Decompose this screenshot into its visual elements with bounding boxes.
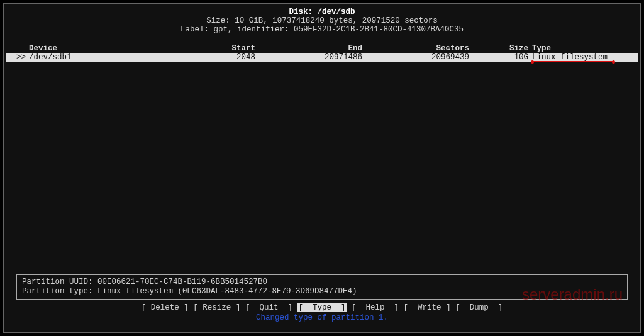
partition-info-box: Partition UUID: 00E06621-70EC-C74B-B119-… [16,274,628,300]
col-device: Device [29,44,174,53]
partition-type-detail: Partition type: Linux filesystem (0FC63D… [22,287,622,296]
partition-row[interactable]: >> /dev/sdb1 2048 20971486 20969439 10G … [6,53,638,62]
disk-header: Disk: /dev/sdb Size: 10 GiB, 10737418240… [6,6,638,34]
row-end: 20971486 [255,53,362,62]
annotation-underline [532,61,614,62]
row-type: Linux filesystem [532,53,628,62]
menu-type[interactable]: [ Type ] [297,303,347,312]
menu-bar: [ Delete ] [ Resize ] [ Quit ] [ Type ] … [6,303,638,312]
terminal-box: Disk: /dev/sdb Size: 10 GiB, 10737418240… [6,6,638,330]
window-frame: Disk: /dev/sdb Size: 10 GiB, 10737418240… [3,3,641,333]
row-start: 2048 [174,53,255,62]
menu-help[interactable]: [ Help ] [352,303,399,312]
menu-dump[interactable]: [ Dump ] [455,303,502,312]
row-type-text: Linux filesystem [532,53,608,62]
col-sectors: Sectors [362,44,469,53]
col-type: Type [532,44,628,53]
menu-write[interactable]: [ Write ] [404,303,451,312]
col-marker [16,44,29,53]
disk-size-line: Size: 10 GiB, 10737418240 bytes, 2097152… [6,16,638,25]
col-start: Start [174,44,255,53]
col-size: Size [469,44,532,53]
row-device: /dev/sdb1 [29,53,174,62]
row-sectors: 20969439 [362,53,469,62]
row-size: 10G [469,53,532,62]
status-message: Changed type of partition 1. [6,313,638,322]
menu-resize[interactable]: [ Resize ] [193,303,240,312]
disk-label-line: Label: gpt, identifier: 059EF32D-2C1B-2B… [6,25,638,34]
col-end: End [255,44,362,53]
disk-title: Disk: /dev/sdb [6,8,638,16]
menu-delete[interactable]: [ Delete ] [142,303,189,312]
partition-uuid: Partition UUID: 00E06621-70EC-C74B-B119-… [22,277,622,287]
column-headers: Device Start End Sectors Size Type [6,44,638,53]
row-marker: >> [16,53,29,62]
menu-quit[interactable]: [ Quit ] [245,303,292,312]
